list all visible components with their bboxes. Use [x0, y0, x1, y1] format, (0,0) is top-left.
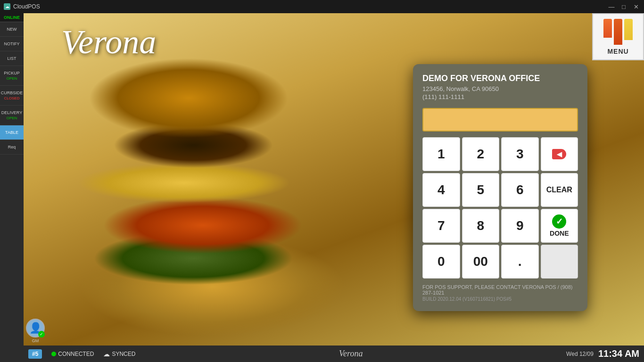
statusbar-restaurant: Verona	[145, 349, 557, 359]
avatar-check-icon: ✓	[38, 331, 45, 337]
dialog-address: 123456, Norwalk, CA 90650	[422, 85, 578, 92]
curbside-status: CLOSED	[4, 96, 20, 100]
statusbar: #5 CONNECTED ☁ SYNCED Verona Wed 12/09 1…	[24, 346, 644, 362]
numpad-00[interactable]: 00	[462, 245, 500, 279]
sidebar-item-delivery[interactable]: DELIVERY OPEN	[0, 106, 24, 125]
done-icon: ✓	[552, 214, 566, 229]
connection-indicator	[51, 352, 56, 356]
avatar-label: GM	[32, 338, 39, 343]
app-title: CloudPOS	[13, 3, 40, 10]
sync-label: SYNCED	[112, 351, 135, 357]
sidebar-item-list[interactable]: LIST	[0, 51, 24, 66]
titlebar: ☁ CloudPOS — □ ✕	[0, 0, 644, 13]
sidebar: ONLINE NEW NOTIFY LIST PICKUP OPEN CURBS…	[0, 13, 24, 362]
menu-chart-icon	[603, 19, 633, 45]
maximize-button[interactable]: □	[619, 2, 628, 11]
avatar: 👤 ✓	[26, 319, 45, 337]
numpad-1[interactable]: 1	[422, 137, 460, 171]
numpad-8[interactable]: 8	[462, 209, 500, 243]
avatar-area: 👤 ✓ GM	[26, 319, 45, 343]
statusbar-date: Wed 12/09	[566, 351, 594, 357]
restaurant-logo: Verona	[61, 23, 156, 62]
numpad-7[interactable]: 7	[422, 209, 460, 243]
main-area: ONLINE NEW NOTIFY LIST PICKUP OPEN CURBS…	[0, 13, 644, 362]
sync-status: ☁ SYNCED	[103, 350, 135, 358]
connection-label: CONNECTED	[58, 351, 94, 357]
numpad-input[interactable]	[422, 108, 578, 132]
numpad-done[interactable]: ✓ DONE	[541, 209, 578, 243]
dialog-title: DEMO FOR VERONA OFFICE	[422, 74, 578, 83]
done-label: DONE	[550, 230, 569, 237]
sidebar-item-req[interactable]: Req	[0, 140, 24, 155]
numpad-4[interactable]: 4	[422, 173, 460, 207]
pickup-status: OPEN	[7, 76, 17, 81]
numpad-empty	[541, 245, 578, 279]
numpad-2[interactable]: 2	[462, 137, 500, 171]
numpad-0[interactable]: 0	[422, 245, 460, 279]
close-button[interactable]: ✕	[632, 2, 640, 11]
numpad-dialog: DEMO FOR VERONA OFFICE 123456, Norwalk, …	[413, 64, 587, 311]
app-icon: ☁	[4, 3, 10, 10]
cloud-icon: ☁	[103, 350, 110, 358]
numpad-9[interactable]: 9	[501, 209, 539, 243]
backspace-icon	[552, 149, 566, 159]
connection-status: CONNECTED	[51, 351, 94, 357]
dialog-footer-sub: BUILD 2020.12.04 (V1607116821) POS#5	[422, 296, 578, 302]
numpad-3[interactable]: 3	[501, 137, 539, 171]
dialog-phone: (111) 111-1111	[422, 93, 578, 100]
sidebar-item-pickup[interactable]: PICKUP OPEN	[0, 66, 24, 86]
menu-button[interactable]: MENU	[592, 13, 644, 60]
sidebar-item-new[interactable]: NEW	[0, 22, 24, 37]
sidebar-item-curbside[interactable]: CURBSIDE CLOSED	[0, 86, 24, 106]
online-status: ONLINE	[0, 13, 24, 22]
numpad-dot[interactable]: .	[501, 245, 539, 279]
numpad-clear[interactable]: CLEAR	[541, 173, 578, 207]
content-area: Verona MENU DEMO FOR VERONA OFFICE 12345…	[24, 13, 644, 362]
dialog-footer: FOR POS SUPPORT, PLEASE CONTACT VERONA P…	[422, 284, 578, 296]
numpad-backspace[interactable]	[541, 137, 578, 171]
sidebar-item-notify[interactable]: NOTIFY	[0, 37, 24, 51]
numpad-6[interactable]: 6	[501, 173, 539, 207]
menu-button-label: MENU	[607, 48, 628, 55]
minimize-button[interactable]: —	[607, 2, 616, 11]
delivery-status: OPEN	[7, 116, 17, 120]
numpad-grid: 1 2 3 4 5 6 CLEAR 7 8 9 ✓ DONE	[422, 137, 578, 279]
statusbar-time: 11:34 AM	[598, 348, 639, 359]
numpad-5[interactable]: 5	[462, 173, 500, 207]
sidebar-item-table[interactable]: TABLE	[0, 125, 24, 140]
statusbar-datetime: Wed 12/09 11:34 AM	[566, 348, 639, 359]
pos-number: #5	[28, 349, 42, 359]
